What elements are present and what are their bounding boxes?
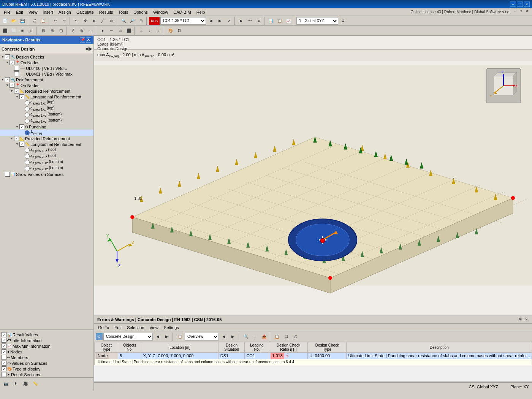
view-top[interactable]: ⬜ [10, 27, 18, 35]
rb-asw[interactable] [25, 130, 30, 135]
cb-values-surfaces[interactable] [2, 361, 6, 366]
view-front[interactable]: ⬛ [1, 27, 9, 35]
snap-btn[interactable]: ⊕ [78, 27, 86, 35]
redo-btn[interactable]: ↪ [60, 17, 68, 25]
error-row-1[interactable]: Node 5 X, Y, Z: 7.000, 7.000, 0.000 DS1 … [95, 353, 532, 359]
rb-asreq2[interactable] [25, 106, 30, 111]
select-btn[interactable]: ↖ [72, 17, 81, 25]
col-objects-no[interactable]: ObjectsNo. [118, 342, 141, 353]
cb-show-values[interactable] [5, 172, 10, 177]
cb-punching[interactable] [19, 124, 24, 129]
move-btn[interactable]: ✥ [81, 17, 89, 25]
rb-asprov3[interactable] [25, 160, 30, 165]
rb-asprov1[interactable] [25, 148, 30, 153]
menu-file[interactable]: File [2, 10, 13, 15]
tree-provided-reinforcement[interactable]: ▼ 📐 Provided Reinforcement [0, 136, 93, 141]
rb-asreq4[interactable] [25, 119, 30, 124]
cb-provided[interactable] [14, 136, 19, 141]
errors-sort[interactable]: ↕ [251, 332, 259, 341]
errors-dropdown-concrete[interactable]: Concrete Design [103, 333, 153, 340]
nav-pin[interactable]: 📌 [80, 37, 85, 43]
rb-asreq3[interactable] [25, 112, 30, 117]
node-view[interactable]: ● [98, 27, 107, 35]
cb-on-nodes-2[interactable] [10, 83, 14, 88]
tree-ul0400[interactable]: ── UL0400 | VEd / VRd,c [0, 65, 93, 71]
undo-btn[interactable]: ↩ [51, 17, 60, 25]
errors-dropdown-view[interactable]: Overview [185, 333, 219, 340]
cb-minmax-info[interactable] [2, 344, 6, 348]
menu-calculate[interactable]: Calculate [74, 10, 96, 15]
tree-punching[interactable]: ▼ ⊙ Punching [0, 124, 93, 130]
menu-window[interactable]: Window [151, 10, 170, 15]
cb-required[interactable] [14, 89, 19, 93]
cb-title-info[interactable] [2, 338, 6, 343]
iso-btn[interactable]: ≡ [255, 17, 263, 25]
load-view[interactable]: ↓ [146, 27, 154, 35]
errors-selection[interactable]: Selection [125, 325, 146, 330]
zoom-all[interactable]: ⊞ [137, 17, 145, 25]
tree-asreq-1[interactable]: as,req,1,-z (top) [0, 100, 93, 106]
cb-result-values[interactable] [2, 332, 6, 337]
chart-btn[interactable]: 📈 [284, 17, 293, 25]
surface-btn[interactable]: ▭ [107, 17, 116, 25]
member-view[interactable]: ─ [107, 27, 116, 35]
errors-copy[interactable]: 📋 [273, 332, 281, 341]
errors-prev-page[interactable]: ◀ [154, 332, 162, 341]
tree-asprov-4[interactable]: as,prov,2,+z (bottom) [0, 165, 93, 171]
nav-members[interactable]: ─ Members [0, 355, 93, 360]
filter-load[interactable]: ✕ [225, 17, 233, 25]
dim-btn[interactable]: ↔ [86, 27, 95, 35]
nav-close[interactable]: ✕ [86, 37, 91, 43]
view-iso[interactable]: ◈ [18, 27, 27, 35]
col-object-type[interactable]: ObjectType [95, 342, 118, 353]
bottom-photo[interactable]: 📷 [2, 379, 10, 388]
extra-close[interactable]: ✕ [526, 10, 530, 14]
render-trans[interactable]: ◫ [57, 27, 65, 35]
line-btn[interactable]: ╱ [98, 17, 107, 25]
cb-long-2[interactable] [19, 142, 24, 147]
combo-cs[interactable]: 1 - Global XYZ [296, 17, 338, 25]
errors-settings[interactable]: Settings [162, 325, 181, 330]
uls-btn[interactable]: ULS [149, 17, 160, 25]
cb-on-nodes-1[interactable] [10, 60, 14, 65]
view-persp[interactable]: ◇ [27, 27, 35, 35]
tree-on-nodes-1[interactable]: ▼ 📍 On Nodes [0, 60, 93, 65]
errors-export[interactable]: 📤 [260, 332, 268, 341]
col-description[interactable]: Description [347, 342, 532, 353]
nav-minmax-info[interactable]: 📈 Max/Min Information [0, 343, 93, 349]
cb-members[interactable] [2, 355, 6, 360]
menu-edit[interactable]: Edit [14, 10, 25, 15]
errors-close[interactable]: ✕ [524, 317, 529, 322]
tree-reinforcement[interactable]: ▼ 🔩 Reinforcement [0, 77, 93, 82]
minimize-button[interactable]: ─ [510, 2, 516, 7]
tree-asreq-4[interactable]: as,req,2,+z (bottom) [0, 118, 93, 124]
tree-asprov-3[interactable]: as,prov,1,+z (bottom) [0, 159, 93, 165]
menu-tools[interactable]: Tools [116, 10, 130, 15]
print-prev[interactable]: 📋 [39, 17, 48, 25]
combo-loading[interactable]: CO1 1.35 * LC1 [160, 17, 206, 25]
errors-view-next[interactable]: ▶ [229, 332, 237, 341]
tree-asreq-3[interactable]: as,req,1,+z (bottom) [0, 112, 93, 118]
concrete-next[interactable]: ▶ [89, 46, 92, 51]
col-ratio[interactable]: Design CheckRatio η [-] [269, 342, 308, 353]
tree-asw-req[interactable]: Asw,req [0, 130, 93, 136]
next-load[interactable]: ▶ [216, 17, 224, 25]
errors-print[interactable]: 🖨 [291, 332, 299, 341]
errors-view[interactable]: View [147, 325, 161, 330]
nav-nodes[interactable]: ● Nodes [0, 349, 93, 355]
solid-view[interactable]: ⬛ [125, 27, 133, 35]
new-btn[interactable]: 📄 [1, 17, 9, 25]
cb-nodes[interactable] [2, 349, 6, 354]
report-btn[interactable]: 📊 [267, 17, 275, 25]
zoom-in[interactable]: 🔍 [119, 17, 128, 25]
errors-next-page[interactable]: ▶ [163, 332, 171, 341]
nav-values-surfaces[interactable]: ▭ Values on Surfaces [0, 360, 93, 366]
menu-assign[interactable]: Assign [56, 10, 73, 15]
save-btn[interactable]: 💾 [18, 17, 27, 25]
menu-view[interactable]: View [26, 10, 40, 15]
tree-ul0401[interactable]: ── UL0401 | VEd / VRd,max [0, 71, 93, 77]
bottom-camera[interactable]: 🎥 [21, 379, 30, 388]
color-btn[interactable]: 🎨 [166, 27, 175, 35]
nav-result-values[interactable]: 📊 Result Values [0, 332, 93, 337]
animate-btn[interactable]: ▶ [237, 17, 245, 25]
